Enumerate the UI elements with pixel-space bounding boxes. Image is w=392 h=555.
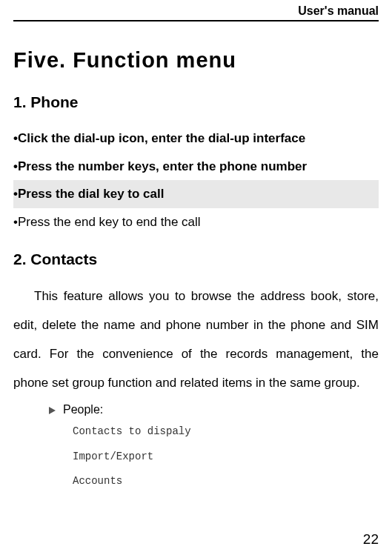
arrow-right-icon	[49, 407, 56, 414]
bullet-item-highlighted: •Press the dial key to call	[13, 180, 379, 208]
contacts-paragraph: This feature allows you to browse the ad…	[13, 282, 379, 397]
contacts-heading: 2. Contacts	[13, 250, 379, 268]
bullet-item: •Press the number keys, enter the phone …	[13, 153, 379, 181]
main-heading: Five. Function menu	[13, 48, 379, 73]
phone-heading: 1. Phone	[13, 93, 379, 111]
page-number: 22	[363, 531, 379, 548]
people-label: People:	[63, 403, 103, 416]
people-sub-item: Accounts	[73, 469, 379, 494]
people-sub-item: Contacts to dispaly	[73, 419, 379, 445]
bullet-item: •Press the end key to end the call	[13, 208, 379, 236]
bullet-item: •Click the dial-up icon, enter the dial-…	[13, 124, 379, 153]
page-header: User's manual	[13, 0, 379, 21]
people-sub-item: Import/Export	[73, 445, 379, 470]
header-title: User's manual	[298, 4, 379, 17]
people-arrow-item: People:	[49, 400, 379, 419]
phone-bullets: •Click the dial-up icon, enter the dial-…	[13, 124, 379, 236]
